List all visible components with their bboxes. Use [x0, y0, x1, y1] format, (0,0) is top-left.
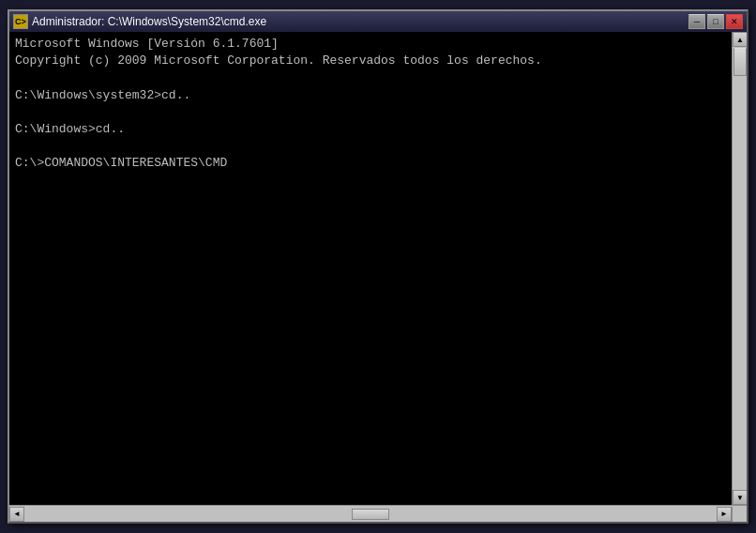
- scroll-up-button[interactable]: ▲: [733, 32, 747, 47]
- cmd-window: C> Administrador: C:\Windows\System32\cm…: [8, 9, 748, 524]
- scroll-thumb-v[interactable]: [733, 48, 747, 76]
- scroll-right-button[interactable]: ►: [717, 507, 732, 522]
- window-controls: ─ □ ✕: [688, 14, 743, 29]
- scroll-down-button[interactable]: ▼: [733, 490, 747, 505]
- title-bar-text: Administrador: C:\Windows\System32\cmd.e…: [32, 15, 266, 28]
- terminal-output: Microsoft Windows [Versión 6.1.7601] Cop…: [15, 36, 726, 173]
- scroll-left-button[interactable]: ◄: [9, 507, 24, 522]
- window-body: Microsoft Windows [Versión 6.1.7601] Cop…: [9, 32, 747, 505]
- title-bar: C> Administrador: C:\Windows\System32\cm…: [9, 11, 747, 32]
- scroll-track-h[interactable]: [26, 508, 715, 521]
- vertical-scrollbar[interactable]: ▲ ▼: [732, 32, 747, 505]
- bottom-bar: ◄ ►: [9, 505, 747, 522]
- terminal-area[interactable]: Microsoft Windows [Versión 6.1.7601] Cop…: [9, 32, 732, 505]
- scroll-thumb-h[interactable]: [352, 509, 389, 520]
- maximize-button[interactable]: □: [707, 14, 724, 29]
- cmd-icon: C>: [13, 14, 28, 29]
- scroll-track-v[interactable]: [733, 47, 747, 490]
- minimize-button[interactable]: ─: [688, 14, 705, 29]
- scrollbar-corner: [732, 507, 747, 522]
- horizontal-scrollbar[interactable]: ◄ ►: [9, 506, 732, 523]
- title-bar-left: C> Administrador: C:\Windows\System32\cm…: [13, 14, 266, 29]
- close-button[interactable]: ✕: [726, 14, 743, 29]
